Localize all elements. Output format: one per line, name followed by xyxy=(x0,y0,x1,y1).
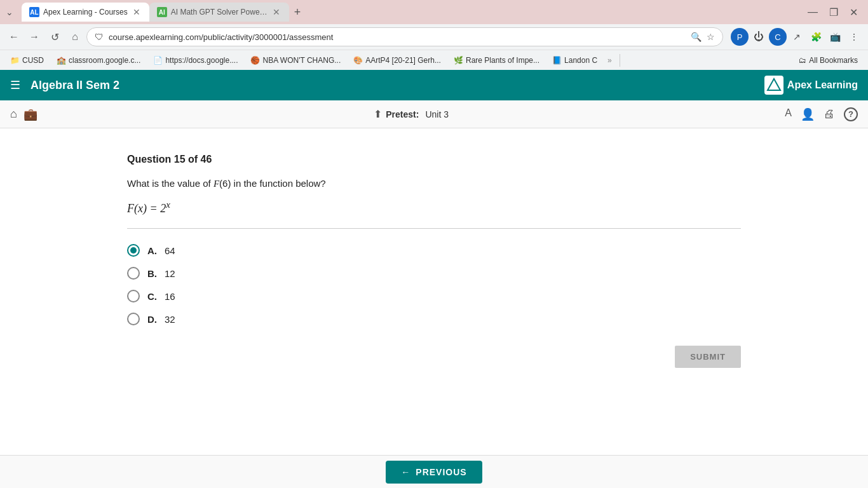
address-bar[interactable]: 🛡 course.apexlearning.com/public/activit… xyxy=(86,27,723,46)
unit-label: Unit 3 xyxy=(425,109,449,119)
tabs-container: AL Apex Learning - Courses ✕ AI AI Math … xyxy=(22,3,800,22)
choice-c-value: 16 xyxy=(165,291,175,302)
radio-a[interactable] xyxy=(127,244,140,257)
window-controls: ⌄ xyxy=(5,8,14,17)
question-header: Question 15 of 46 xyxy=(127,154,741,165)
bookmarks-bar: 📁 CUSD 🏫 classroom.google.c... 📄 https:/… xyxy=(0,50,868,70)
tab-list-btn[interactable]: ⌄ xyxy=(5,8,14,17)
extension-btn-1[interactable]: P xyxy=(731,28,749,46)
home-button[interactable]: ⌂ xyxy=(66,28,84,46)
radio-b[interactable] xyxy=(127,267,140,280)
submit-button[interactable]: SUBMIT xyxy=(675,346,741,368)
all-bookmarks-btn[interactable]: 🗂 All Bookmarks xyxy=(794,55,863,66)
bookmark-icon-landon: 📘 xyxy=(552,56,562,65)
bookmark-icon-nba: 🏀 xyxy=(250,56,260,65)
radio-d[interactable] xyxy=(127,313,140,325)
person-icon[interactable]: 👤 xyxy=(801,107,815,121)
choice-b[interactable]: B. 12 xyxy=(127,267,741,280)
toolbar-icons: P ⏻ C ↗ 🧩 📺 ⋮ xyxy=(731,28,863,46)
bookmark-rareplants[interactable]: 🌿 Rare Plants of Impe... xyxy=(449,55,545,66)
apex-logo: Apex Learning xyxy=(764,76,858,95)
extension-btn-power[interactable]: ⏻ xyxy=(750,28,768,46)
choice-b-value: 12 xyxy=(165,268,175,279)
browser-chrome: ⌄ AL Apex Learning - Courses ✕ AI AI Mat… xyxy=(0,0,868,70)
window-action-buttons: — ❐ ✕ xyxy=(803,4,863,21)
bottom-bar: ← PREVIOUS xyxy=(0,455,868,488)
help-icon[interactable]: ? xyxy=(844,107,858,121)
star-icon[interactable]: ☆ xyxy=(707,32,715,42)
tab-close-2[interactable]: ✕ xyxy=(271,6,281,18)
url-text: course.apexlearning.com/public/activity/… xyxy=(109,32,686,42)
tab-favicon-2: AI xyxy=(157,7,167,17)
tab-apex-learning[interactable]: AL Apex Learning - Courses ✕ xyxy=(22,3,149,22)
divider xyxy=(127,228,741,229)
choice-a-value: 64 xyxy=(165,245,175,256)
reload-button[interactable]: ↺ xyxy=(46,28,64,46)
extension-btn-arrow[interactable]: ↗ xyxy=(788,28,806,46)
new-tab-button[interactable]: + xyxy=(289,3,306,22)
radio-c[interactable] xyxy=(127,290,140,302)
translate-icon[interactable]: A xyxy=(785,107,792,121)
choice-b-label: B. xyxy=(147,268,157,279)
cast-btn[interactable]: 📺 xyxy=(826,28,844,46)
previous-button[interactable]: ← PREVIOUS xyxy=(386,461,482,484)
main-content: Question 15 of 46 What is the value of F… xyxy=(0,128,868,433)
choice-d-value: 32 xyxy=(165,314,175,325)
prev-label: PREVIOUS xyxy=(416,467,466,477)
minimize-button[interactable]: — xyxy=(803,4,823,21)
choice-c[interactable]: C. 16 xyxy=(127,290,741,302)
choice-d[interactable]: D. 32 xyxy=(127,313,741,325)
bookmark-icon-rareplants: 🌿 xyxy=(454,56,463,65)
bookmark-landon[interactable]: 📘 Landon C xyxy=(547,55,602,66)
choice-c-label: C. xyxy=(147,291,157,302)
choice-a[interactable]: A. 64 xyxy=(127,244,741,257)
print-icon[interactable]: 🖨 xyxy=(824,107,835,121)
tab-favicon-1: AL xyxy=(29,7,39,17)
bookmark-docs[interactable]: 📄 https://docs.google.... xyxy=(148,55,243,66)
bookmark-icon-cusd: 📁 xyxy=(10,56,20,65)
more-btn[interactable]: ⋮ xyxy=(845,28,863,46)
tab-ai-math[interactable]: AI AI Math GPT Solver Powered b ✕ xyxy=(149,3,289,22)
bookmark-cusd[interactable]: 📁 CUSD xyxy=(5,55,49,66)
prev-arrow-icon: ← xyxy=(401,467,410,477)
bookmark-nba[interactable]: 🏀 NBA WON'T CHANG... xyxy=(245,55,346,66)
bookmark-icon-aartp4: 🎨 xyxy=(353,56,363,65)
home-icon[interactable]: ⌂ xyxy=(10,107,17,121)
apex-logo-icon xyxy=(764,76,783,95)
question-text: What is the value of F(6) in the functio… xyxy=(127,178,741,189)
extension-btn-puzzle[interactable]: 🧩 xyxy=(807,28,825,46)
choice-a-label: A. xyxy=(147,245,157,256)
restore-button[interactable]: ❐ xyxy=(824,4,843,21)
tab-title-1: Apex Learning - Courses xyxy=(43,8,128,17)
formula-display: F(x) = 2x xyxy=(127,200,741,215)
address-bar-row: ← → ↺ ⌂ 🛡 course.apexlearning.com/public… xyxy=(0,24,868,50)
choice-d-label: D. xyxy=(147,314,157,325)
bookmark-aartp4[interactable]: 🎨 AArtP4 [20-21] Gerh... xyxy=(348,55,446,66)
bookmark-icon-classroom: 🏫 xyxy=(57,56,66,65)
menu-icon[interactable]: ☰ xyxy=(10,78,20,92)
course-title: Algebra II Sem 2 xyxy=(31,79,764,92)
sub-header-left-icons: ⌂ 💼 xyxy=(10,107,37,121)
extension-btn-c[interactable]: C xyxy=(769,28,787,46)
security-icon: 🛡 xyxy=(95,32,104,42)
all-bookmarks-folder-icon: 🗂 xyxy=(799,56,806,65)
answer-choices: A. 64 B. 12 C. 16 D. 32 xyxy=(127,244,741,325)
upload-nav-icon: ⬆ xyxy=(374,108,382,120)
svg-marker-0 xyxy=(768,79,780,90)
sub-header: ⌂ 💼 ⬆ Pretest: Unit 3 A 👤 🖨 ? xyxy=(0,100,868,128)
back-button[interactable]: ← xyxy=(5,28,23,46)
sub-header-right-icons: A 👤 🖨 ? xyxy=(785,107,858,121)
submit-row: SUBMIT xyxy=(127,346,741,368)
bookmarks-divider xyxy=(620,54,620,67)
apex-logo-text: Apex Learning xyxy=(787,79,858,91)
close-button[interactable]: ✕ xyxy=(844,4,863,21)
tab-title-2: AI Math GPT Solver Powered b xyxy=(171,8,268,17)
briefcase-icon[interactable]: 💼 xyxy=(24,107,37,121)
apex-logo-svg xyxy=(766,78,782,93)
bookmark-icon-docs: 📄 xyxy=(153,56,163,65)
sub-header-nav: ⬆ Pretest: Unit 3 xyxy=(45,108,777,120)
tab-close-1[interactable]: ✕ xyxy=(132,6,142,18)
search-icon: 🔍 xyxy=(691,32,702,42)
bookmark-classroom[interactable]: 🏫 classroom.google.c... xyxy=(51,55,146,66)
forward-button[interactable]: → xyxy=(25,28,43,46)
